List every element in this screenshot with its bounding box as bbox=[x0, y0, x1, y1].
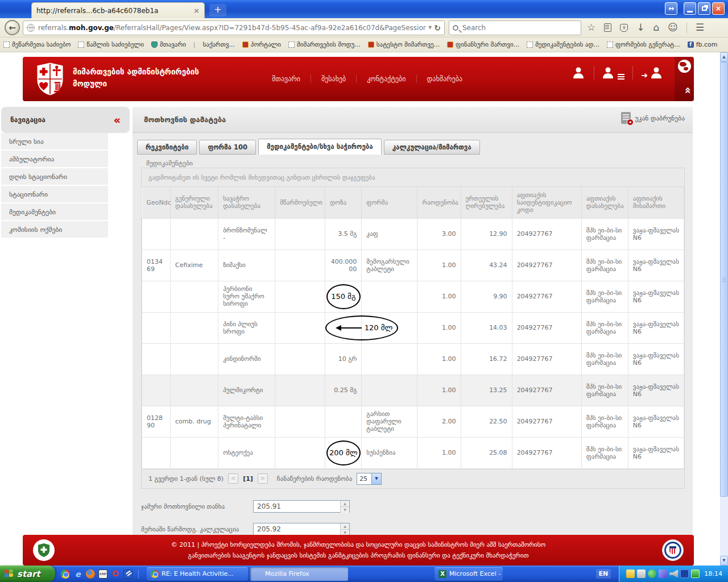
scrollbar-up-icon[interactable]: ▲ bbox=[720, 52, 728, 62]
total-requested-input[interactable] bbox=[253, 500, 350, 513]
bookmark-star-icon[interactable]: ☆ bbox=[587, 23, 595, 32]
xmp-icon[interactable]: XMP bbox=[98, 569, 107, 579]
search-box[interactable] bbox=[449, 20, 581, 35]
reload-icon[interactable]: ↻ bbox=[434, 23, 441, 32]
nav-item-3[interactable]: დახმარება bbox=[416, 75, 473, 83]
ie-icon[interactable]: e bbox=[73, 569, 82, 579]
bookmark-item[interactable]: სატესტო მიმართვე... bbox=[368, 41, 440, 48]
user-list-icon[interactable] bbox=[594, 66, 632, 80]
search-input[interactable] bbox=[462, 24, 565, 32]
tab-0[interactable]: რეკვიზიტები bbox=[137, 140, 197, 155]
task-button-chrome[interactable]: RE: E Health Activitie... bbox=[147, 567, 248, 581]
page-scrollbar[interactable]: ▲ ▼ bbox=[720, 52, 728, 566]
pager-next-button[interactable]: > bbox=[258, 473, 268, 484]
home-icon[interactable]: ⌂ bbox=[653, 23, 660, 32]
new-tab-button[interactable]: + bbox=[209, 4, 226, 16]
table-row-0[interactable]: ბრონზომუნალ -3.5 მგკაფ3.0012.90204927767… bbox=[142, 218, 684, 250]
bookmark-item[interactable]: ფორმების გენერატ... bbox=[607, 41, 680, 48]
scrollbar-down-icon[interactable]: ▼ bbox=[720, 556, 728, 566]
chrome-icon[interactable] bbox=[61, 569, 70, 579]
table-row-4[interactable]: კინდინორმი10 გრ1.0016.72204927767შპს ეი-… bbox=[142, 343, 684, 375]
table-row-6[interactable]: 012890comb. drugმულტი-ტაბსი პერინატალიგა… bbox=[142, 406, 684, 437]
column-header-geondc[interactable]: GeoNdc bbox=[142, 187, 171, 218]
bookmark-item[interactable]: მეწარმეთა საძიებო bbox=[3, 41, 71, 48]
opera-icon[interactable]: O bbox=[111, 569, 120, 579]
column-header-address[interactable]: აფთიაქის მისამართი bbox=[628, 187, 684, 218]
browser-tab[interactable]: http://referrals...6cb-a64c6078eb1a × bbox=[31, 2, 205, 18]
language-globe-icon[interactable] bbox=[678, 60, 691, 73]
tab-1[interactable]: ფორმა 100 bbox=[199, 140, 256, 155]
sidebar-item-2[interactable]: დღის სტაციონარი bbox=[1, 168, 108, 186]
logout-icon[interactable]: ➜ bbox=[632, 66, 671, 80]
language-indicator[interactable]: EN bbox=[596, 569, 611, 579]
nav-item-2[interactable]: კონტაქტები bbox=[356, 75, 416, 83]
tray-clock-icon[interactable] bbox=[626, 569, 635, 578]
tab-3[interactable]: კალკულაცია/მიმართვა bbox=[384, 140, 480, 155]
column-header-trade[interactable]: სავაჭრო დასახელება bbox=[218, 187, 275, 218]
menu-hamburger-icon[interactable]: ☰ bbox=[696, 23, 704, 32]
spinner-buttons[interactable]: ▲▼ bbox=[340, 501, 349, 512]
spinner-buttons[interactable]: ▲▼ bbox=[340, 523, 349, 535]
window-close-button[interactable]: × bbox=[712, 2, 725, 15]
sidebar-collapse-icon[interactable]: « bbox=[114, 114, 121, 126]
tray-printer-icon[interactable] bbox=[637, 569, 646, 578]
tab-close-icon[interactable]: × bbox=[193, 6, 200, 15]
column-header-code[interactable]: აფთიაქის საიდენტიფიკაციო კოდი bbox=[512, 187, 581, 218]
sidebar-item-0[interactable]: სრული სია bbox=[1, 133, 108, 151]
tray-network-icon[interactable] bbox=[691, 569, 700, 578]
window-minimize-button[interactable] bbox=[684, 2, 696, 15]
sidebar-item-3[interactable]: სტაციონარი bbox=[1, 186, 108, 203]
table-row-5[interactable]: პულმიკორტი0.25 მგ1.0013.25204927767შპს ე… bbox=[142, 375, 684, 406]
bookmark-item[interactable]: მედიკამენტების ად... bbox=[527, 41, 599, 48]
column-header-generic[interactable]: გენერიული დასახელება bbox=[171, 187, 218, 218]
table-row-2[interactable]: ჰერბიონი სურო უშაქრო სიროფი150 მგ1.009.9… bbox=[142, 281, 684, 312]
window-restore-button[interactable] bbox=[698, 2, 710, 15]
bookmark-item[interactable]: ფინანსური მართვი... bbox=[447, 41, 519, 48]
pager-prev-button[interactable]: < bbox=[228, 473, 238, 484]
column-header-price[interactable]: ერთეულის ღირებულება bbox=[461, 187, 512, 218]
tray-rdp-icon[interactable] bbox=[680, 569, 689, 578]
tray-messenger-icon[interactable] bbox=[648, 569, 656, 578]
task-button-excel[interactable]: XMicrosoft Excel - New... bbox=[435, 567, 503, 581]
table-row-3[interactable]: პინი პლიუს სროფი120 მლ1.0014.03204927767… bbox=[142, 312, 684, 343]
table-row-1[interactable]: 013469Cefiximeზიმაქსი400.00000შემოგარსულ… bbox=[142, 250, 684, 281]
tab-2[interactable]: მედიკამენტები/სხვა საჭიროება bbox=[258, 139, 382, 155]
column-header-form[interactable]: ფორმა bbox=[362, 187, 417, 218]
table-row-7[interactable]: ოსტეოქეა200 მლსუსპენზია1.0025.0820492776… bbox=[142, 437, 684, 468]
tray-volume-icon[interactable] bbox=[669, 569, 678, 578]
go-back-link[interactable]: ◂ უკან დაბრუნება bbox=[621, 112, 685, 124]
collapse-up-icon[interactable]: » bbox=[681, 88, 694, 94]
firefox-icon[interactable] bbox=[86, 569, 95, 579]
reading-list-icon[interactable] bbox=[604, 23, 611, 32]
journal-icon[interactable] bbox=[123, 569, 133, 579]
back-button[interactable]: ← bbox=[5, 20, 20, 35]
bookmark-item[interactable]: მიმართვების მოდუ... bbox=[288, 41, 361, 48]
column-header-manufacturer[interactable]: მწარმოებელი bbox=[275, 187, 325, 218]
profile-icon[interactable] bbox=[563, 66, 594, 80]
page-size-select[interactable]: 25 ▼ bbox=[357, 473, 382, 485]
column-header-dose[interactable]: დოზა bbox=[325, 187, 362, 218]
pocket-icon[interactable]: ∨ bbox=[620, 24, 628, 32]
share-smiley-icon[interactable]: ☺ bbox=[668, 23, 678, 32]
bookmark-item[interactable]: პორტალი bbox=[242, 41, 281, 48]
sidebar-item-5[interactable]: კომისიის ოქმები bbox=[1, 221, 108, 239]
nav-item-1[interactable]: შესახებ bbox=[311, 75, 356, 83]
tray-update-icon[interactable] bbox=[659, 569, 667, 578]
url-bar[interactable]: referrals.moh.gov.ge/ReferralsHall/Pages… bbox=[23, 20, 445, 35]
bookmark-item[interactable]: ffb.com bbox=[688, 41, 718, 48]
task-button-firefox[interactable]: Mozilla Firefox bbox=[250, 567, 348, 581]
calculation-input[interactable] bbox=[253, 523, 350, 535]
downloads-icon[interactable]: ↓ bbox=[636, 23, 644, 32]
url-dropdown-icon[interactable]: ▼ bbox=[428, 25, 432, 30]
sidebar-item-1[interactable]: ამბულატორია bbox=[1, 151, 108, 168]
column-header-pharmacy[interactable]: აფთიაქის დასახელება bbox=[581, 187, 628, 218]
window-resize-button[interactable]: ↔ bbox=[665, 2, 677, 15]
column-header-qty[interactable]: რაოდენობა bbox=[417, 187, 461, 218]
bookmark-item[interactable]: საქართვ... bbox=[203, 41, 235, 48]
scrollbar-thumb[interactable] bbox=[720, 62, 728, 497]
sidebar-item-4[interactable]: მედიკამენტები bbox=[1, 203, 108, 221]
bookmark-item[interactable]: მთავარი bbox=[151, 41, 186, 48]
nav-item-0[interactable]: მთავარი bbox=[262, 75, 311, 83]
bookmark-item[interactable]: წამლის საძიებელი bbox=[78, 41, 144, 48]
start-button[interactable]: start bbox=[0, 566, 55, 582]
